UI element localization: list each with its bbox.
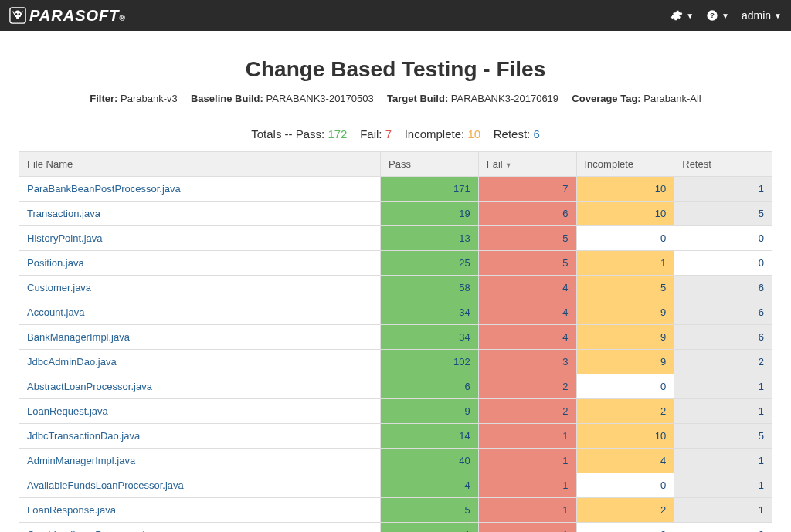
baseline-label: Baseline Build: (191, 93, 263, 104)
col-fail[interactable]: Fail▼ (478, 152, 576, 177)
file-link[interactable]: LoanRequest.java (27, 405, 108, 417)
page-title: Change Based Testing - Files (19, 57, 772, 82)
sort-desc-icon: ▼ (505, 161, 512, 169)
table-row: Transaction.java196105 (19, 202, 772, 226)
incomplete-cell: 10 (576, 202, 674, 226)
file-link[interactable]: JdbcAdminDao.java (27, 356, 117, 368)
col-retest[interactable]: Retest (674, 152, 772, 177)
file-cell: CombinedLoanProcessor.java (19, 523, 381, 533)
retest-cell: 1 (674, 449, 772, 473)
pass-cell: 14 (381, 424, 479, 449)
col-file[interactable]: File Name (19, 152, 381, 177)
incomplete-count: 10 (467, 127, 480, 141)
settings-menu[interactable]: ▼ (670, 9, 694, 22)
file-cell: AbstractLoanProcessor.java (19, 374, 381, 399)
fail-cell: 5 (478, 251, 576, 276)
file-cell: JdbcTransactionDao.java (19, 424, 381, 449)
incomplete-cell: 10 (576, 424, 674, 449)
file-link[interactable]: LoanResponse.java (27, 504, 116, 516)
file-cell: LoanRequest.java (19, 399, 381, 424)
pass-cell: 19 (381, 202, 479, 226)
svg-point-2 (15, 13, 17, 15)
fail-cell: 4 (478, 325, 576, 350)
file-link[interactable]: AbstractLoanProcessor.java (27, 381, 152, 392)
svg-rect-4 (16, 17, 19, 19)
file-cell: Position.java (19, 251, 381, 276)
retest-cell: 6 (674, 300, 772, 325)
file-link[interactable]: AdminManagerImpl.java (27, 455, 135, 466)
fail-cell: 7 (478, 177, 576, 202)
file-link[interactable]: BankManagerImpl.java (27, 331, 130, 343)
pass-cell: 13 (381, 226, 479, 251)
col-incomplete[interactable]: Incomplete (576, 152, 674, 177)
pass-cell: 58 (381, 276, 479, 300)
table-row: AvailableFundsLoanProcessor.java4101 (19, 473, 772, 498)
retest-label: Retest: (494, 127, 531, 141)
file-cell: Transaction.java (19, 202, 381, 226)
file-link[interactable]: CombinedLoanProcessor.java (27, 529, 161, 532)
table-row: LoanRequest.java9221 (19, 399, 772, 424)
pass-cell: 6 (381, 374, 479, 399)
incomplete-cell: 9 (576, 325, 674, 350)
incomplete-cell: 0 (576, 374, 674, 399)
filter-label: Filter: (90, 93, 117, 104)
pass-label: Pass: (296, 127, 325, 141)
retest-cell: 0 (674, 523, 772, 533)
files-table: File Name Pass Fail▼ Incomplete Retest P… (19, 151, 772, 532)
fail-cell: 1 (478, 523, 576, 533)
file-link[interactable]: Position.java (27, 257, 84, 269)
fail-cell: 2 (478, 399, 576, 424)
retest-cell: 0 (674, 251, 772, 276)
logo[interactable]: PARASOFT® (9, 7, 126, 25)
file-link[interactable]: HistoryPoint.java (27, 232, 103, 244)
fail-cell: 1 (478, 498, 576, 523)
user-menu[interactable]: admin ▼ (742, 9, 782, 22)
retest-cell: 1 (674, 498, 772, 523)
app-header: PARASOFT® ▼ ? ▼ admin ▼ (0, 0, 791, 31)
file-link[interactable]: Account.java (27, 307, 84, 318)
retest-cell: 5 (674, 202, 772, 226)
retest-cell: 1 (674, 473, 772, 498)
gear-icon (670, 9, 683, 22)
totals-prefix: Totals -- (251, 127, 296, 141)
retest-cell: 1 (674, 177, 772, 202)
caret-down-icon: ▼ (774, 12, 782, 20)
table-row: JdbcTransactionDao.java141105 (19, 424, 772, 449)
file-cell: HistoryPoint.java (19, 226, 381, 251)
col-pass[interactable]: Pass (381, 152, 479, 177)
meta-line: Filter: Parabank-v3 Baseline Build: PARA… (19, 93, 772, 104)
fail-cell: 5 (478, 226, 576, 251)
fail-cell: 1 (478, 473, 576, 498)
table-row: Account.java34496 (19, 300, 772, 325)
incomplete-cell: 0 (576, 226, 674, 251)
fail-cell: 1 (478, 449, 576, 473)
retest-cell: 6 (674, 276, 772, 300)
fail-label: Fail: (360, 127, 382, 141)
table-row: LoanResponse.java5121 (19, 498, 772, 523)
incomplete-cell: 0 (576, 473, 674, 498)
incomplete-cell: 10 (576, 177, 674, 202)
file-cell: ParaBankBeanPostProcessor.java (19, 177, 381, 202)
file-cell: AdminManagerImpl.java (19, 449, 381, 473)
retest-cell: 5 (674, 424, 772, 449)
incomplete-cell: 2 (576, 498, 674, 523)
table-row: AdminManagerImpl.java40141 (19, 449, 772, 473)
totals-line: Totals -- Pass: 172 Fail: 7 Incomplete: … (19, 127, 772, 141)
fail-count: 7 (385, 127, 392, 141)
help-menu[interactable]: ? ▼ (706, 9, 729, 22)
file-link[interactable]: AvailableFundsLoanProcessor.java (27, 479, 184, 491)
table-header-row: File Name Pass Fail▼ Incomplete Retest (19, 152, 772, 177)
retest-cell: 2 (674, 350, 772, 374)
retest-count: 6 (533, 127, 539, 141)
file-link[interactable]: Transaction.java (27, 208, 100, 219)
brand-text: PARASOFT® (29, 7, 126, 25)
pass-cell: 4 (381, 473, 479, 498)
file-link[interactable]: Customer.java (27, 282, 91, 293)
pass-cell: 40 (381, 449, 479, 473)
target-value: PARABANK3-20170619 (451, 93, 558, 104)
file-link[interactable]: ParaBankBeanPostProcessor.java (27, 183, 181, 195)
file-link[interactable]: JdbcTransactionDao.java (27, 430, 140, 442)
table-row: CombinedLoanProcessor.java1100 (19, 523, 772, 533)
incomplete-cell: 2 (576, 399, 674, 424)
pass-count: 172 (328, 127, 347, 141)
